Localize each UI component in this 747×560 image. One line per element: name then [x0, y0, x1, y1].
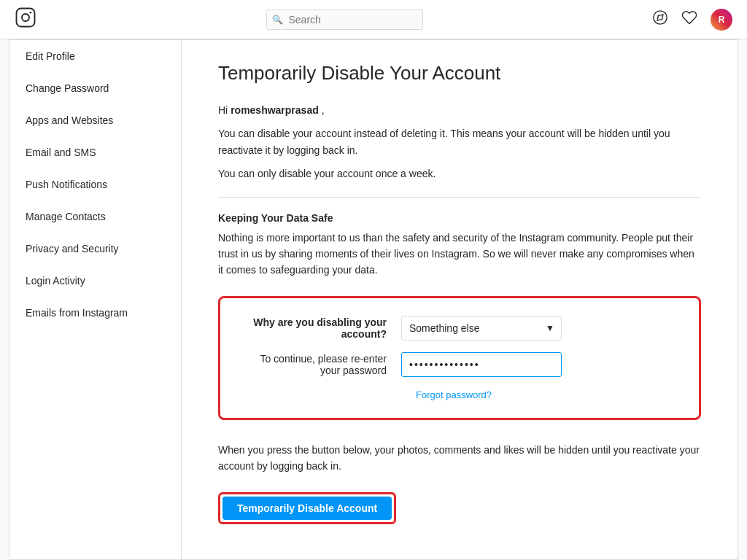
svg-line-4: [658, 15, 662, 15]
reason-row: Why are you disabling your account? Some…: [241, 316, 678, 341]
sidebar-item-change-password[interactable]: Change Password: [9, 72, 181, 104]
search-icon: 🔍: [272, 15, 283, 25]
sidebar-item-label: Emails from Instagram: [26, 307, 128, 319]
svg-rect-0: [17, 8, 35, 26]
sidebar: Edit Profile Change Password Apps and We…: [9, 40, 182, 559]
bottom-note: When you press the button below, your ph…: [218, 442, 701, 475]
sidebar-item-label: Apps and Websites: [26, 114, 113, 126]
disable-btn-wrap: Temporarily Disable Account: [218, 492, 396, 524]
reason-select[interactable]: Something else Too busy / too distractin…: [401, 316, 562, 341]
topnav: 🔍 R: [0, 0, 747, 39]
greeting-text: Hi romeshwarprasad ,: [218, 102, 701, 118]
svg-point-3: [654, 10, 667, 23]
search-bar: 🔍: [36, 9, 652, 30]
svg-point-1: [22, 14, 29, 21]
forgot-password-link[interactable]: Forgot password?: [416, 389, 492, 400]
divider: [218, 197, 701, 198]
sidebar-item-manage-contacts[interactable]: Manage Contacts: [9, 201, 181, 233]
sidebar-item-edit-profile[interactable]: Edit Profile: [9, 40, 181, 72]
sidebar-item-label: Manage Contacts: [26, 211, 106, 222]
avatar[interactable]: R: [711, 9, 732, 31]
sidebar-item-emails-from-instagram[interactable]: Emails from Instagram: [9, 297, 181, 329]
heart-icon[interactable]: [681, 9, 697, 30]
sidebar-item-label: Change Password: [26, 82, 109, 94]
sidebar-item-privacy-and-security[interactable]: Privacy and Security: [9, 233, 181, 265]
intro-section: Hi romeshwarprasad , You can disable you…: [218, 102, 701, 182]
keeping-data-section: Keeping Your Data Safe Nothing is more i…: [218, 212, 701, 279]
sidebar-item-apps-and-websites[interactable]: Apps and Websites: [9, 104, 181, 136]
svg-point-2: [30, 11, 32, 13]
description-1: You can disable your account instead of …: [218, 125, 701, 158]
sidebar-item-login-activity[interactable]: Login Activity: [9, 265, 181, 297]
password-label: To continue, please re-enter your passwo…: [241, 353, 401, 376]
page-title: Temporarily Disable Your Account: [218, 62, 701, 85]
password-row: To continue, please re-enter your passwo…: [241, 352, 678, 377]
keeping-data-title: Keeping Your Data Safe: [218, 212, 701, 224]
sidebar-item-label: Login Activity: [26, 275, 85, 287]
reason-select-wrap: Something else Too busy / too distractin…: [401, 316, 562, 341]
svg-line-7: [662, 15, 663, 19]
instagram-logo[interactable]: [15, 7, 36, 33]
sidebar-item-label: Privacy and Security: [26, 243, 119, 254]
sidebar-item-label: Edit Profile: [26, 50, 75, 62]
nav-icons: R: [652, 9, 732, 31]
compass-icon[interactable]: [652, 9, 668, 30]
description-2: You can only disable your account once a…: [218, 166, 701, 182]
main-content: Temporarily Disable Your Account Hi rome…: [182, 40, 738, 559]
svg-line-5: [657, 15, 658, 20]
sidebar-item-label: Email and SMS: [26, 147, 96, 158]
username: romeshwarprasad: [231, 104, 319, 116]
page-layout: Edit Profile Change Password Apps and We…: [9, 39, 738, 560]
sidebar-item-email-and-sms[interactable]: Email and SMS: [9, 136, 181, 168]
keeping-data-body: Nothing is more important to us than the…: [218, 230, 701, 279]
temporarily-disable-account-button[interactable]: Temporarily Disable Account: [222, 497, 392, 520]
svg-line-6: [657, 19, 662, 20]
sidebar-item-label: Push Notifications: [26, 179, 107, 190]
password-input[interactable]: [401, 352, 562, 377]
disable-form-box: Why are you disabling your account? Some…: [218, 296, 701, 420]
sidebar-item-push-notifications[interactable]: Push Notifications: [9, 168, 181, 201]
search-input[interactable]: [266, 9, 423, 30]
reason-label: Why are you disabling your account?: [241, 316, 401, 340]
forgot-password-wrap: Forgot password?: [416, 389, 678, 400]
